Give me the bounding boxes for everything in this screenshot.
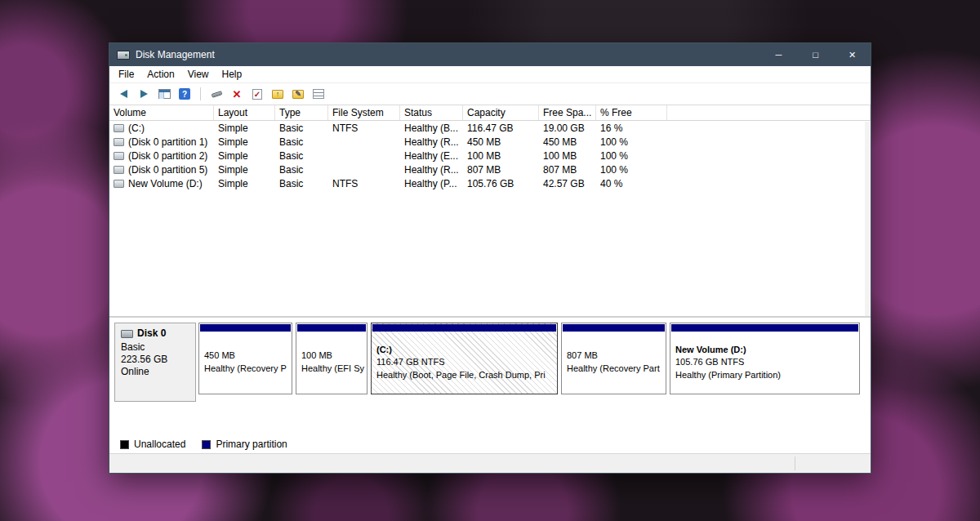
volume-pct-free: 100 % xyxy=(596,136,667,148)
volume-row[interactable]: (Disk 0 partition 5) Simple Basic Health… xyxy=(109,163,871,176)
volume-status: Healthy (B... xyxy=(400,122,463,134)
status-bar-fill xyxy=(109,454,795,473)
status-bar-cell xyxy=(795,454,871,473)
volume-pct-free: 100 % xyxy=(596,164,667,176)
volume-row[interactable]: (C:) Simple Basic NTFS Healthy (B... 116… xyxy=(109,121,871,135)
header-type[interactable]: Type xyxy=(275,105,328,120)
volume-name: (Disk 0 partition 5) xyxy=(128,164,207,176)
status-bar xyxy=(109,453,871,473)
volume-pct-free: 40 % xyxy=(596,178,667,189)
partition-recovery-1[interactable]: 450 MB Healthy (Recovery P xyxy=(198,323,292,394)
volume-row[interactable]: New Volume (D:) Simple Basic NTFS Health… xyxy=(109,176,871,190)
partition-size: 450 MB xyxy=(204,350,287,361)
disk0-panel[interactable]: Disk 0 Basic 223.56 GB Online xyxy=(114,323,196,402)
volume-row[interactable]: (Disk 0 partition 1) Simple Basic Health… xyxy=(109,135,871,149)
header-layout[interactable]: Layout xyxy=(214,105,275,120)
volume-fs: NTFS xyxy=(328,122,400,134)
details-view-icon[interactable] xyxy=(311,87,326,101)
volume-capacity: 116.47 GB xyxy=(463,122,539,134)
partition-recovery-2[interactable]: 807 MB Healthy (Recovery Part xyxy=(561,323,666,394)
volume-status: Healthy (R... xyxy=(400,136,463,148)
partition-status: Healthy (EFI Sy xyxy=(301,363,362,374)
folder-up-icon[interactable]: ↑ xyxy=(270,87,285,101)
menu-bar: File Action View Help xyxy=(109,66,871,83)
menu-action[interactable]: Action xyxy=(140,67,180,82)
volume-fs: NTFS xyxy=(328,178,400,189)
back-icon[interactable] xyxy=(116,87,131,101)
minimize-button[interactable]: ─ xyxy=(760,43,797,66)
partition-size: 100 MB xyxy=(301,350,362,361)
delete-volume-icon[interactable]: ✕ xyxy=(229,87,244,101)
disk-name: Disk 0 xyxy=(137,327,166,340)
legend-label: Unallocated xyxy=(134,439,185,450)
partition-size: 807 MB xyxy=(567,350,661,361)
volume-pct-free: 16 % xyxy=(596,122,667,134)
header-capacity[interactable]: Capacity xyxy=(463,105,539,120)
legend-unallocated: Unallocated xyxy=(120,439,185,450)
tool-icon[interactable] xyxy=(209,87,224,101)
partition-size: 105.76 GB NTFS xyxy=(675,357,854,367)
volume-layout: Simple xyxy=(214,164,275,176)
partition-efi[interactable]: 100 MB Healthy (EFI Sy xyxy=(296,323,368,394)
console-tree-icon[interactable] xyxy=(157,87,172,101)
partition-d-drive[interactable]: New Volume (D:) 105.76 GB NTFS Healthy (… xyxy=(670,323,860,394)
vertical-scrollbar[interactable] xyxy=(865,122,871,316)
volume-layout: Simple xyxy=(214,150,275,162)
volume-icon xyxy=(114,152,124,160)
header-volume[interactable]: Volume xyxy=(109,105,214,120)
menu-help[interactable]: Help xyxy=(216,67,249,82)
volume-type: Basic xyxy=(275,164,328,176)
disk-management-icon xyxy=(117,51,130,60)
window-title: Disk Management xyxy=(136,49,215,60)
toolbar: ? ✕ ✓ ↑ ✎ xyxy=(109,83,871,105)
volume-pct-free: 100 % xyxy=(596,150,667,162)
header-filler xyxy=(667,105,871,120)
header-pct-free[interactable]: % Free xyxy=(596,105,667,120)
volume-status: Healthy (R... xyxy=(400,164,463,176)
forward-icon[interactable] xyxy=(136,87,151,101)
volume-layout: Simple xyxy=(214,136,275,148)
disk-status: Online xyxy=(121,366,189,378)
volume-icon xyxy=(114,124,124,132)
disk-management-window: Disk Management ─ □ ✕ File Action View H… xyxy=(109,42,871,474)
volume-layout: Simple xyxy=(214,122,275,134)
header-file-system[interactable]: File System xyxy=(328,105,400,120)
partition-color-bar xyxy=(297,324,366,332)
task-check-icon[interactable]: ✓ xyxy=(250,87,265,101)
volume-name: (C:) xyxy=(128,122,145,134)
volume-free: 42.57 GB xyxy=(539,178,596,189)
volume-free: 807 MB xyxy=(539,164,596,176)
title-bar: Disk Management ─ □ ✕ xyxy=(109,43,871,66)
disk-kind: Basic xyxy=(121,341,189,354)
close-button[interactable]: ✕ xyxy=(834,43,871,66)
volume-icon xyxy=(114,138,124,146)
partition-status: Healthy (Recovery Part xyxy=(567,363,661,374)
volume-name: (Disk 0 partition 2) xyxy=(128,150,207,162)
primary-partition-swatch xyxy=(202,440,211,449)
header-status[interactable]: Status xyxy=(400,105,463,120)
volume-type: Basic xyxy=(275,178,328,189)
partition-color-bar xyxy=(372,324,556,332)
menu-file[interactable]: File xyxy=(112,67,140,82)
volume-type: Basic xyxy=(275,122,328,134)
help-icon[interactable]: ? xyxy=(177,87,192,101)
volume-name: New Volume (D:) xyxy=(128,178,203,189)
volume-type: Basic xyxy=(275,136,328,148)
volume-capacity: 450 MB xyxy=(463,136,539,148)
legend-primary-partition: Primary partition xyxy=(202,439,287,450)
volume-icon xyxy=(114,166,124,174)
disk-icon xyxy=(121,330,133,338)
partition-title: (C:) xyxy=(376,345,552,355)
menu-view[interactable]: View xyxy=(181,67,216,82)
volume-row[interactable]: (Disk 0 partition 2) Simple Basic Health… xyxy=(109,149,871,163)
volume-layout: Simple xyxy=(214,178,275,189)
header-free-space[interactable]: Free Spa... xyxy=(539,105,596,120)
legend-label: Primary partition xyxy=(216,439,287,450)
partition-color-bar xyxy=(671,324,858,332)
maximize-button[interactable]: □ xyxy=(797,43,834,66)
partition-strip: 450 MB Healthy (Recovery P 100 MB Health… xyxy=(198,323,866,394)
disk-size: 223.56 GB xyxy=(121,354,189,366)
folder-edit-icon[interactable]: ✎ xyxy=(291,87,305,101)
graphical-view: Disk 0 Basic 223.56 GB Online 450 MB Hea… xyxy=(109,318,871,435)
partition-c-drive[interactable]: (C:) 116.47 GB NTFS Healthy (Boot, Page … xyxy=(371,323,558,394)
